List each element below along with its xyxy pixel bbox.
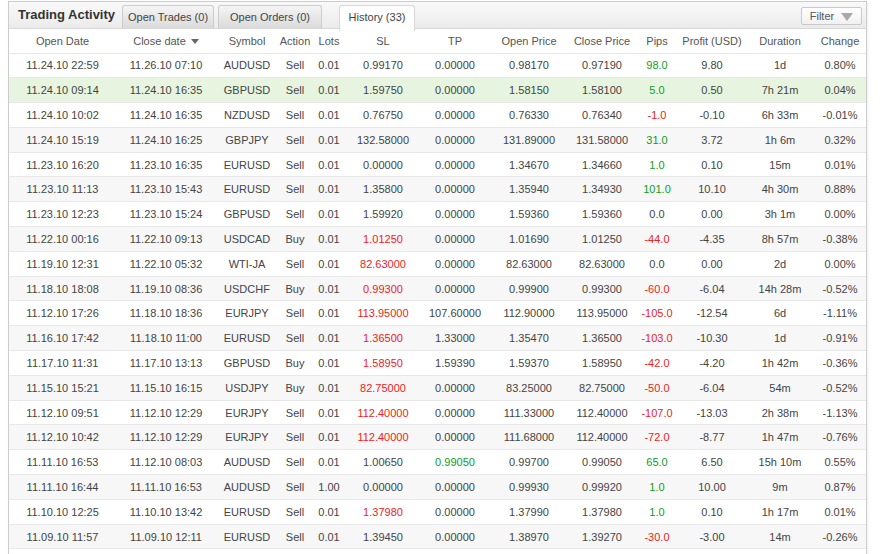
- cell-tp: 1.59390: [420, 351, 490, 376]
- cell-open_date: 11.24.10 09:14: [9, 78, 116, 103]
- cell-change: 0.55%: [814, 450, 866, 475]
- table-row: 11.12.10 17:2611.18.10 18:36EURJPYSell0.…: [9, 301, 866, 326]
- column-header-label: Open Price: [501, 35, 556, 47]
- cell-duration: 2h 38m: [746, 400, 814, 425]
- cell-symbol: NZDUSD: [216, 103, 278, 128]
- cell-lots: 0.01: [312, 202, 346, 227]
- table-row: 11.24.10 10:0211.24.10 16:35NZDUSDSell0.…: [9, 103, 866, 128]
- cell-sl: 1.59750: [346, 78, 420, 103]
- column-header-symbol[interactable]: Symbol: [216, 29, 278, 53]
- column-header-sl[interactable]: SL: [346, 29, 420, 53]
- cell-change: -1.13%: [814, 400, 866, 425]
- cell-close_date: 11.12.10 08:03: [116, 450, 216, 475]
- cell-duration: 1h 42m: [746, 351, 814, 376]
- cell-action: Sell: [278, 425, 312, 450]
- header-row: Open DateClose dateSymbolActionLotsSLTPO…: [9, 29, 866, 53]
- column-header-change[interactable]: Change: [814, 29, 866, 53]
- cell-sl: 112.40000: [346, 425, 420, 450]
- cell-sl: 132.58000: [346, 127, 420, 152]
- cell-sl: 1.00650: [346, 450, 420, 475]
- cell-lots: 0.01: [312, 152, 346, 177]
- cell-open_date: 11.24.10 22:59: [9, 53, 116, 78]
- column-header-action[interactable]: Action: [278, 29, 312, 53]
- column-header-open_date[interactable]: Open Date: [9, 29, 116, 53]
- column-header-close_price[interactable]: Close Price: [568, 29, 636, 53]
- column-header-pips[interactable]: Pips: [636, 29, 678, 53]
- table-row: 11.10.10 12:2511.10.10 13:42EURUSDSell0.…: [9, 499, 866, 524]
- cell-lots: 0.01: [312, 53, 346, 78]
- cell-open_date: 11.12.10 17:26: [9, 301, 116, 326]
- filter-button[interactable]: Filter: [801, 7, 862, 25]
- table-row: 11.19.10 12:3111.22.10 05:32WTI-JASell0.…: [9, 251, 866, 276]
- cell-close_date: 11.23.10 16:35: [116, 152, 216, 177]
- cell-profit: -4.35: [678, 227, 746, 252]
- history-table-body: 11.24.10 22:5911.26.10 07:10AUDUSDSell0.…: [9, 53, 866, 549]
- trading-activity-widget: Trading Activity Open Trades (0) Open Or…: [8, 1, 867, 554]
- cell-profit: 0.10: [678, 499, 746, 524]
- cell-profit: -12.54: [678, 301, 746, 326]
- cell-close_date: 11.18.10 11:00: [116, 326, 216, 351]
- tab-history[interactable]: History (33): [339, 5, 415, 31]
- widget-titlebar: Trading Activity Open Trades (0) Open Or…: [9, 2, 866, 29]
- column-header-label: SL: [376, 35, 389, 47]
- cell-pips: 1.0: [636, 152, 678, 177]
- cell-duration: 8h 57m: [746, 227, 814, 252]
- cell-action: Sell: [278, 400, 312, 425]
- cell-close_price: 82.63000: [568, 251, 636, 276]
- cell-profit: 0.00: [678, 251, 746, 276]
- tab-open-trades[interactable]: Open Trades (0): [122, 5, 214, 29]
- column-header-close_date[interactable]: Close date: [116, 29, 216, 53]
- cell-open_price: 0.99900: [490, 276, 568, 301]
- cell-close_price: 1.34930: [568, 177, 636, 202]
- cell-pips: 0.0: [636, 202, 678, 227]
- cell-close_date: 11.26.10 07:10: [116, 53, 216, 78]
- column-header-label: Open Date: [36, 35, 89, 47]
- cell-duration: 14h 28m: [746, 276, 814, 301]
- cell-open_date: 11.12.10 09:51: [9, 400, 116, 425]
- cell-close_date: 11.09.10 12:11: [116, 524, 216, 549]
- cell-open_price: 0.76330: [490, 103, 568, 128]
- cell-symbol: WTI-JA: [216, 251, 278, 276]
- cell-open_price: 1.37990: [490, 499, 568, 524]
- column-header-duration[interactable]: Duration: [746, 29, 814, 53]
- cell-close_price: 112.40000: [568, 400, 636, 425]
- cell-pips: -107.0: [636, 400, 678, 425]
- cell-close_price: 0.99050: [568, 450, 636, 475]
- tab-open-orders[interactable]: Open Orders (0): [218, 5, 322, 29]
- column-header-tp[interactable]: TP: [420, 29, 490, 53]
- cell-lots: 0.01: [312, 301, 346, 326]
- cell-pips: 5.0: [636, 78, 678, 103]
- cell-change: -0.52%: [814, 375, 866, 400]
- cell-pips: -103.0: [636, 326, 678, 351]
- cell-pips: -42.0: [636, 351, 678, 376]
- cell-open_date: 11.23.10 11:13: [9, 177, 116, 202]
- cell-change: 0.87%: [814, 475, 866, 500]
- table-row: 11.23.10 11:1311.23.10 15:43EURUSDSell0.…: [9, 177, 866, 202]
- column-header-label: TP: [448, 35, 462, 47]
- table-row: 11.16.10 17:4211.18.10 11:00EURUSDSell0.…: [9, 326, 866, 351]
- cell-sl: 1.35800: [346, 177, 420, 202]
- cell-duration: 15m: [746, 152, 814, 177]
- column-header-open_price[interactable]: Open Price: [490, 29, 568, 53]
- cell-lots: 0.01: [312, 375, 346, 400]
- cell-tp: 0.00000: [420, 177, 490, 202]
- cell-close_date: 11.11.10 16:53: [116, 475, 216, 500]
- cell-lots: 0.01: [312, 227, 346, 252]
- table-row: 11.17.10 11:3111.17.10 13:13GBPUSDBuy0.0…: [9, 351, 866, 376]
- cell-duration: 1h 17m: [746, 499, 814, 524]
- cell-open_price: 1.35940: [490, 177, 568, 202]
- table-row: 11.12.10 09:5111.12.10 12:29EURJPYSell0.…: [9, 400, 866, 425]
- cell-open_date: 11.19.10 12:31: [9, 251, 116, 276]
- cell-profit: 0.50: [678, 78, 746, 103]
- column-header-lots[interactable]: Lots: [312, 29, 346, 53]
- table-row: 11.11.10 16:4411.11.10 16:53AUDUSDSell1.…: [9, 475, 866, 500]
- cell-tp: 0.00000: [420, 276, 490, 301]
- cell-change: -0.76%: [814, 425, 866, 450]
- column-header-profit[interactable]: Profit (USD): [678, 29, 746, 53]
- tab-open-orders-label: Open Orders (0): [230, 11, 310, 23]
- cell-close_price: 0.99920: [568, 475, 636, 500]
- cell-close_date: 11.22.10 05:32: [116, 251, 216, 276]
- cell-duration: 9m: [746, 475, 814, 500]
- cell-duration: 7h 21m: [746, 78, 814, 103]
- cell-tp: 107.60000: [420, 301, 490, 326]
